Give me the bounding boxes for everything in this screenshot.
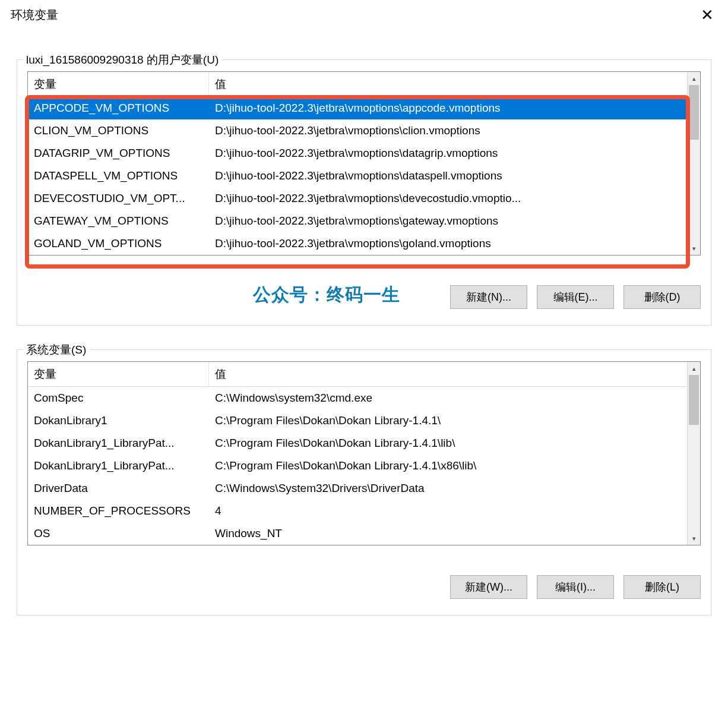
new-user-button[interactable]: 新建(N)... (450, 285, 527, 309)
column-header-variable[interactable]: 变量 (28, 362, 209, 387)
system-group-legend: 系统变量(S) (23, 342, 90, 358)
table-row[interactable]: ComSpec C:\Windows\system32\cmd.exe (28, 387, 687, 409)
table-row[interactable]: GATEWAY_VM_OPTIONS D:\jihuo-tool-2022.3\… (28, 210, 687, 232)
table-row[interactable]: NUMBER_OF_PROCESSORS 4 (28, 500, 687, 522)
table-row[interactable]: DriverData C:\Windows\System32\Drivers\D… (28, 477, 687, 500)
list-header: 变量 值 (28, 72, 687, 97)
edit-system-button[interactable]: 编辑(I)... (537, 575, 614, 599)
table-row[interactable]: DokanLibrary1 C:\Program Files\Dokan\Dok… (28, 409, 687, 432)
table-row[interactable]: CLION_VM_OPTIONS D:\jihuo-tool-2022.3\je… (28, 119, 687, 142)
user-variables-group: luxi_161586009290318 的用户变量(U) 变量 值 APPCO… (17, 53, 711, 326)
scroll-up-icon[interactable]: ▴ (688, 72, 700, 85)
user-group-legend: luxi_161586009290318 的用户变量(U) (23, 52, 222, 68)
user-variables-listbox[interactable]: 变量 值 APPCODE_VM_OPTIONS D:\jihuo-tool-20… (27, 71, 701, 255)
column-header-value[interactable]: 值 (209, 72, 687, 97)
table-row[interactable]: APPCODE_VM_OPTIONS D:\jihuo-tool-2022.3\… (28, 97, 687, 119)
table-row[interactable]: DokanLibrary1_LibraryPat... C:\Program F… (28, 432, 687, 455)
scrollbar[interactable]: ▴ ▾ (687, 362, 700, 545)
scroll-down-icon[interactable]: ▾ (688, 242, 700, 255)
column-header-value[interactable]: 值 (209, 362, 687, 387)
new-system-button[interactable]: 新建(W)... (450, 575, 527, 599)
table-row[interactable]: DokanLibrary1_LibraryPat... C:\Program F… (28, 455, 687, 477)
delete-system-button[interactable]: 删除(L) (623, 575, 701, 599)
watermark-text: 公众号：终码一生 (253, 283, 400, 307)
table-row[interactable]: OS Windows_NT (28, 522, 687, 545)
delete-user-button[interactable]: 删除(D) (623, 285, 701, 309)
table-row[interactable]: DATASPELL_VM_OPTIONS D:\jihuo-tool-2022.… (28, 165, 687, 187)
edit-user-button[interactable]: 编辑(E)... (537, 285, 614, 309)
column-header-variable[interactable]: 变量 (28, 72, 209, 97)
close-icon[interactable]: ✕ (697, 7, 717, 23)
table-row[interactable]: DATAGRIP_VM_OPTIONS D:\jihuo-tool-2022.3… (28, 142, 687, 165)
scroll-down-icon[interactable]: ▾ (688, 532, 700, 545)
window-title: 环境变量 (11, 7, 58, 23)
list-header: 变量 值 (28, 362, 687, 387)
scroll-up-icon[interactable]: ▴ (688, 362, 700, 375)
table-row[interactable]: GOLAND_VM_OPTIONS D:\jihuo-tool-2022.3\j… (28, 232, 687, 255)
scrollbar[interactable]: ▴ ▾ (687, 72, 700, 255)
table-row[interactable]: DEVECOSTUDIO_VM_OPT... D:\jihuo-tool-202… (28, 187, 687, 210)
system-variables-listbox[interactable]: 变量 值 ComSpec C:\Windows\system32\cmd.exe… (27, 361, 701, 545)
system-variables-group: 系统变量(S) 变量 值 ComSpec C:\Windows\system32… (17, 343, 711, 616)
